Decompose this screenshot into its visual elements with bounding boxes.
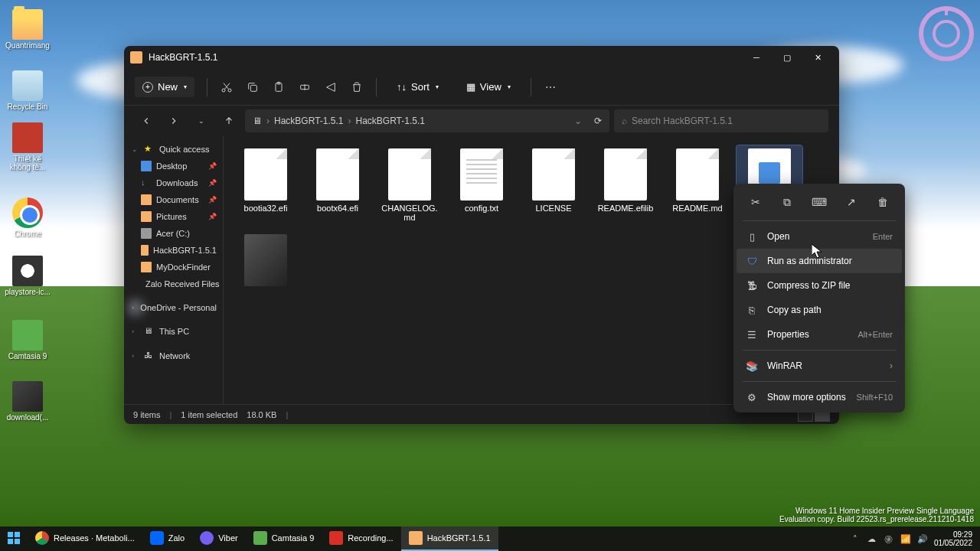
desktop-icon-label: Camtasia 9 <box>5 352 51 360</box>
file-item[interactable]: config.txt <box>449 145 514 225</box>
svg-rect-9 <box>15 539 20 544</box>
delete-icon[interactable] <box>350 80 364 94</box>
titlebar[interactable]: HackBGRT-1.5.1 ─ ▢ ✕ <box>124 46 839 69</box>
chevron-down-icon: ▾ <box>184 83 187 90</box>
refresh-icon[interactable]: ⟳ <box>594 116 602 126</box>
breadcrumb[interactable]: HackBGRT-1.5.1 <box>355 116 424 126</box>
taskbar-item-zalo[interactable]: Zalo <box>142 527 192 551</box>
new-button[interactable]: + New ▾ <box>135 77 194 97</box>
sidebar: ⌄★Quick access Desktop📌 ↓Downloads📌 Docu… <box>124 136 224 404</box>
sidebar-documents[interactable]: Documents📌 <box>124 191 223 208</box>
ctx-share-icon[interactable]: ↗ <box>841 191 862 213</box>
status-selected: 1 item selected <box>181 410 237 419</box>
paste-icon[interactable] <box>272 80 286 94</box>
shield-icon: 🛡 <box>746 255 758 267</box>
file-item[interactable]: README.md <box>665 145 730 225</box>
system-tray[interactable]: ˄ ☁ ㊝ 📶 🔊 09:29 01/05/2022 <box>842 530 980 547</box>
desktop-icon-playstore[interactable]: playstore-ic... <box>5 256 51 296</box>
tray-onedrive-icon[interactable]: ☁ <box>867 533 877 544</box>
search-placeholder: Search HackBGRT-1.5.1 <box>632 116 733 126</box>
tray-volume-icon[interactable]: 🔊 <box>917 533 928 544</box>
path-icon: ⎘ <box>746 304 758 316</box>
chevron-down-icon: ▾ <box>508 83 511 90</box>
share-icon[interactable] <box>324 80 338 94</box>
taskbar-item-chrome[interactable]: Releases · Metaboli... <box>28 527 142 551</box>
clock[interactable]: 09:29 01/05/2022 <box>934 530 972 547</box>
ctx-copy-path[interactable]: ⎘Copy as path <box>737 298 902 322</box>
search-box[interactable]: ⌕ Search HackBGRT-1.5.1 <box>614 109 828 132</box>
file-item[interactable]: bootia32.efi <box>233 145 299 225</box>
sidebar-acer[interactable]: Acer (C:) <box>124 225 223 242</box>
taskbar-item-camtasia[interactable]: Camtasia 9 <box>246 527 322 551</box>
path-box[interactable]: 🖥 › HackBGRT-1.5.1 › HackBGRT-1.5.1 ⌄ ⟳ <box>245 109 609 132</box>
folder-icon <box>130 51 142 64</box>
start-button[interactable] <box>0 527 28 551</box>
sidebar-onedrive[interactable]: ›☁OneDrive - Personal <box>124 300 223 315</box>
sidebar-downloads[interactable]: ↓Downloads📌 <box>124 174 223 191</box>
file-item[interactable]: LICENSE <box>521 145 586 225</box>
taskbar-item-hackbgrt[interactable]: HackBGRT-1.5.1 <box>401 527 498 551</box>
close-button[interactable]: ✕ <box>802 46 833 69</box>
forward-button[interactable] <box>162 109 185 132</box>
ctx-rename-icon[interactable]: ⌨ <box>808 191 830 213</box>
sidebar-thispc[interactable]: ›🖥This PC <box>124 323 223 340</box>
ctx-winrar[interactable]: 📚WinRAR› <box>737 354 902 378</box>
more-icon[interactable]: ⋯ <box>544 80 557 94</box>
view-button[interactable]: ▦ View ▾ <box>459 77 518 97</box>
copy-icon[interactable] <box>246 80 260 94</box>
minimize-button[interactable]: ─ <box>741 46 772 69</box>
ctx-open[interactable]: ▯OpenEnter <box>737 224 902 249</box>
cut-icon[interactable] <box>220 80 234 94</box>
desktop-icon-camtasia[interactable]: Camtasia 9 <box>5 320 51 360</box>
desktop-icon-chrome[interactable]: Chrome <box>5 197 51 238</box>
svg-rect-8 <box>8 539 13 544</box>
rename-icon[interactable] <box>298 80 312 94</box>
file-item[interactable]: README.efilib <box>593 145 658 225</box>
recent-button[interactable]: ⌄ <box>190 109 213 132</box>
ctx-cut-icon[interactable]: ✂ <box>745 191 766 213</box>
monitor-icon: 🖥 <box>253 116 262 126</box>
desktop-icon-label: download(... <box>5 413 51 422</box>
ctx-delete-icon[interactable]: 🗑 <box>872 191 893 213</box>
sidebar-mydockfinder[interactable]: MyDockFinder <box>124 259 223 276</box>
taskbar-item-recording[interactable]: Recording... <box>322 527 400 551</box>
window-title: HackBGRT-1.5.1 <box>149 52 217 63</box>
gear-icon: ⚙ <box>746 391 758 403</box>
tray-language-icon[interactable]: ㊝ <box>884 533 894 544</box>
sidebar-network[interactable]: ›🖧Network <box>124 347 223 364</box>
search-icon: ⌕ <box>622 116 627 126</box>
ctx-properties[interactable]: ☰PropertiesAlt+Enter <box>737 322 902 347</box>
taskbar-item-viber[interactable]: Viber <box>192 527 245 551</box>
desktop-icon-label: Thiết kế không tê... <box>5 155 51 171</box>
ctx-show-more[interactable]: ⚙Show more optionsShift+F10 <box>737 385 902 409</box>
ctx-copy-icon[interactable]: ⧉ <box>776 191 798 213</box>
status-size: 18.0 KB <box>247 410 276 419</box>
ctx-compress-zip[interactable]: 🗜Compress to ZIP file <box>737 273 902 298</box>
desktop-icon-recyclebin[interactable]: Recycle Bin <box>5 70 51 111</box>
desktop-icon-label: Chrome <box>5 230 51 238</box>
back-button[interactable] <box>135 109 158 132</box>
ctx-run-admin[interactable]: 🛡Run as administrator <box>737 249 902 273</box>
sidebar-quick-access[interactable]: ⌄★Quick access <box>124 141 223 158</box>
tray-wifi-icon[interactable]: 📶 <box>900 533 911 544</box>
file-item[interactable]: bootx64.efi <box>305 145 371 225</box>
desktop-icon-label: Recycle Bin <box>5 103 51 111</box>
sort-button[interactable]: ↑↓ Sort ▾ <box>389 77 446 97</box>
maximize-button[interactable]: ▢ <box>772 46 802 69</box>
zip-icon: 🗜 <box>746 279 758 292</box>
chevron-down-icon[interactable]: ⌄ <box>574 116 582 126</box>
file-item[interactable] <box>233 231 299 292</box>
sidebar-hackbgrt[interactable]: HackBGRT-1.5.1 <box>124 242 223 259</box>
desktop-icon-quantrimang[interactable]: Quantrimang <box>5 9 51 50</box>
sidebar-desktop[interactable]: Desktop📌 <box>124 158 223 174</box>
desktop-icon-download[interactable]: download(... <box>5 381 51 422</box>
up-button[interactable] <box>217 109 240 132</box>
addressbar: ⌄ 🖥 › HackBGRT-1.5.1 › HackBGRT-1.5.1 ⌄ … <box>124 106 839 136</box>
desktop-icon-label: playstore-ic... <box>5 288 51 296</box>
sidebar-pictures[interactable]: Pictures📌 <box>124 208 223 225</box>
sidebar-zalo[interactable]: Zalo Received Files <box>124 276 223 292</box>
desktop-icon-thietke[interactable]: Thiết kế không tê... <box>5 122 51 171</box>
file-item[interactable]: CHANGELOG.md <box>377 145 443 225</box>
breadcrumb[interactable]: HackBGRT-1.5.1 <box>274 116 343 126</box>
tray-expand-icon[interactable]: ˄ <box>850 533 861 544</box>
